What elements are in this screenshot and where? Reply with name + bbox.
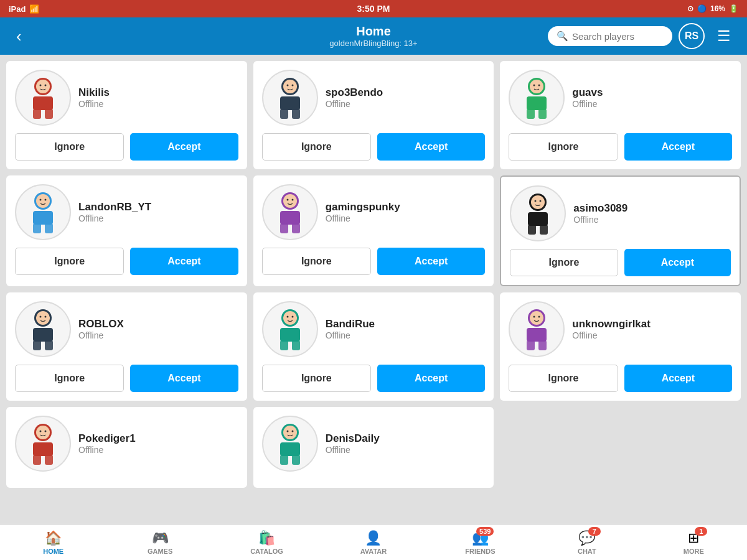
svg-rect-38 — [540, 225, 548, 235]
svg-rect-43 — [33, 328, 53, 342]
player-info: LandonRB_YT Offline — [15, 184, 238, 240]
player-details: BandiRue Offline — [326, 318, 486, 340]
robux-button[interactable]: RS — [679, 23, 705, 49]
svg-point-47 — [40, 316, 42, 318]
header-right-controls: 🔍 RS ☰ — [548, 23, 737, 49]
player-status: Offline — [572, 330, 732, 340]
accept-button[interactable]: Accept — [130, 248, 238, 275]
search-input[interactable] — [572, 31, 664, 42]
player-card: ROBLOX Offline Ignore Accept — [6, 292, 247, 401]
svg-rect-51 — [280, 340, 288, 350]
nav-item-more[interactable]: 1 ⊞ MORE — [641, 525, 747, 560]
nav-item-games[interactable]: 🎮 GAMES — [106, 525, 213, 560]
svg-point-20 — [538, 85, 540, 86]
svg-rect-36 — [528, 212, 548, 226]
player-card: DenisDaily Offline — [253, 407, 494, 488]
player-name: spo3Bendo — [326, 86, 486, 99]
player-card: spo3Bendo Offline Ignore Accept — [253, 61, 494, 169]
ignore-button[interactable]: Ignore — [262, 248, 371, 275]
accept-button[interactable]: Accept — [130, 365, 238, 392]
accept-button[interactable]: Accept — [377, 365, 485, 392]
svg-rect-8 — [280, 96, 300, 110]
svg-rect-10 — [292, 109, 300, 119]
svg-point-27 — [45, 199, 47, 201]
player-details: Pokediger1 Offline — [78, 432, 238, 455]
accept-button[interactable]: Accept — [130, 133, 238, 161]
avatar — [262, 70, 318, 126]
svg-point-53 — [283, 311, 297, 325]
nav-label-games: GAMES — [148, 548, 172, 555]
search-box[interactable]: 🔍 — [548, 26, 672, 46]
avatar — [15, 301, 71, 357]
player-info: guavs Offline — [509, 70, 732, 126]
avatar — [510, 185, 566, 241]
menu-icon: ☰ — [717, 27, 731, 45]
nav-item-friends[interactable]: 539 👥 FRIENDS — [427, 525, 533, 560]
svg-point-32 — [283, 194, 297, 208]
nav-item-chat[interactable]: 7 💬 CHAT — [533, 525, 640, 560]
svg-point-39 — [531, 195, 545, 209]
player-name: BandiRue — [326, 318, 486, 330]
player-info: BandiRue Offline — [262, 301, 486, 357]
player-actions: Ignore Accept — [15, 365, 238, 392]
player-info: gamingspunky Offline — [262, 184, 486, 240]
player-details: unknowngirlkat Offline — [572, 318, 732, 340]
svg-rect-52 — [292, 340, 300, 350]
player-name: guavs — [572, 86, 732, 99]
svg-rect-72 — [280, 455, 288, 465]
svg-point-11 — [283, 80, 297, 93]
ignore-button[interactable]: Ignore — [15, 248, 124, 275]
menu-button[interactable]: ☰ — [711, 23, 737, 49]
nav-item-avatar[interactable]: 👤 AVATAR — [320, 525, 426, 560]
nav-item-catalog[interactable]: 🛍️ CATALOG — [214, 525, 320, 560]
svg-point-62 — [538, 316, 540, 318]
accept-button[interactable]: Accept — [377, 248, 485, 275]
svg-point-60 — [530, 311, 543, 325]
ignore-button[interactable]: Ignore — [509, 133, 618, 161]
search-icon: 🔍 — [557, 30, 568, 42]
player-card: Nikilis Offline Ignore Accept — [6, 61, 247, 169]
svg-point-19 — [533, 85, 535, 86]
accept-button[interactable]: Accept — [624, 249, 731, 276]
ignore-button[interactable]: Ignore — [262, 365, 371, 392]
player-actions: Ignore Accept — [510, 249, 731, 276]
svg-point-41 — [540, 200, 542, 202]
svg-point-6 — [45, 85, 47, 86]
player-name: ROBLOX — [78, 318, 238, 330]
accept-button[interactable]: Accept — [624, 133, 732, 161]
status-bar: iPad 📶 3:50 PM ⊙ 🔵 16% 🔋 — [0, 0, 747, 17]
svg-rect-50 — [280, 328, 300, 342]
ignore-button[interactable]: Ignore — [15, 365, 124, 392]
ignore-button[interactable]: Ignore — [262, 133, 371, 161]
player-card: asimo3089 Offline Ignore Accept — [500, 175, 741, 286]
svg-point-18 — [530, 80, 543, 93]
ignore-button[interactable]: Ignore — [509, 365, 618, 392]
nav-icon-home: 🏠 — [45, 530, 62, 546]
accept-button[interactable]: Accept — [624, 365, 732, 392]
svg-rect-2 — [33, 109, 41, 119]
svg-point-40 — [535, 200, 537, 202]
player-actions: Ignore Accept — [262, 365, 486, 392]
accept-button[interactable]: Accept — [377, 133, 485, 161]
nav-icon-avatar: 👤 — [365, 530, 382, 546]
svg-point-46 — [36, 311, 50, 325]
avatar — [262, 416, 318, 472]
svg-rect-65 — [33, 455, 41, 465]
time-display: 3:50 PM — [357, 4, 390, 14]
ignore-button[interactable]: Ignore — [510, 249, 618, 276]
svg-point-76 — [291, 431, 293, 432]
ignore-button[interactable]: Ignore — [15, 133, 124, 161]
avatar — [509, 301, 565, 357]
player-status: Offline — [572, 99, 732, 109]
svg-point-61 — [533, 316, 535, 318]
svg-rect-22 — [33, 211, 53, 225]
svg-rect-24 — [45, 223, 53, 233]
nav-label-catalog: CATALOG — [250, 548, 283, 555]
svg-point-34 — [291, 199, 293, 201]
svg-rect-16 — [527, 109, 535, 119]
nav-item-home[interactable]: 🏠 HOME — [0, 525, 106, 560]
svg-point-69 — [45, 431, 47, 432]
back-button[interactable]: ‹ — [10, 24, 28, 49]
svg-rect-71 — [280, 442, 300, 456]
svg-rect-29 — [280, 211, 300, 225]
